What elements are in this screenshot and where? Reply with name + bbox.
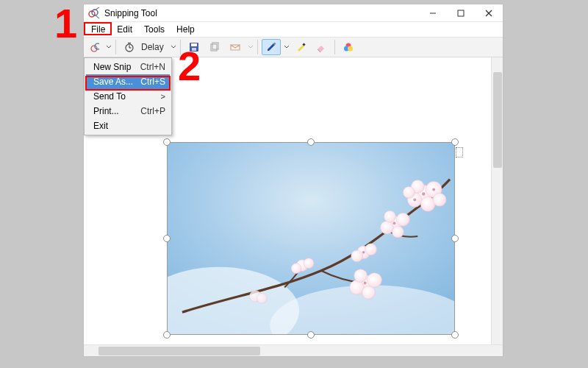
svg-point-37 (392, 226, 404, 238)
chevron-down-icon[interactable] (248, 44, 254, 50)
svg-point-32 (433, 193, 446, 206)
svg-point-53 (432, 188, 435, 191)
menu-item-shortcut: Ctrl+P (140, 106, 165, 116)
delay-icon[interactable] (120, 39, 139, 55)
resize-handle-bottom-right[interactable] (451, 331, 459, 339)
snipping-tool-window: Snipping Tool File Edit Tools Help (83, 4, 503, 357)
svg-point-38 (384, 210, 395, 222)
toolbar: Delay (84, 37, 503, 57)
menu-item-exit[interactable]: Exit (86, 118, 170, 133)
menu-item-label: Exit (93, 121, 165, 131)
text-cursor-icon (456, 147, 463, 158)
svg-rect-15 (191, 43, 197, 46)
svg-point-45 (362, 286, 376, 300)
svg-point-35 (396, 213, 409, 226)
menu-item-print[interactable]: Print... Ctrl+P (86, 104, 170, 118)
resize-handle-bottom-left[interactable] (163, 331, 171, 339)
svg-point-43 (368, 273, 382, 288)
paint3d-button[interactable] (339, 39, 358, 55)
snip-selection[interactable] (163, 138, 459, 339)
annotation-number-1: 1 (54, 3, 77, 44)
menu-item-label: Send To (93, 91, 161, 102)
new-snip-button[interactable] (87, 39, 103, 55)
svg-point-52 (422, 192, 425, 195)
svg-point-36 (381, 221, 394, 234)
canvas-area: New Snip Ctrl+N Save As... Ctrl+S Send T… (84, 57, 503, 356)
resize-handle-middle-left[interactable] (163, 235, 171, 242)
svg-point-23 (348, 46, 353, 52)
menu-item-label: New Snip (93, 62, 140, 72)
horizontal-scrollbar-thumb[interactable] (98, 347, 260, 355)
menu-item-shortcut: Ctrl+S (140, 77, 165, 87)
minimize-button[interactable] (419, 4, 447, 22)
svg-line-2 (96, 7, 99, 10)
delay-label[interactable]: Delay (140, 39, 168, 55)
close-button[interactable] (475, 4, 503, 22)
title-bar: Snipping Tool (84, 4, 503, 22)
svg-point-46 (354, 269, 368, 283)
svg-point-57 (364, 282, 367, 285)
menu-item-save-as[interactable]: Save As... Ctrl+S (86, 74, 170, 89)
toolbar-separator (180, 40, 181, 54)
resize-handle-top-right[interactable] (451, 138, 459, 146)
save-button[interactable] (184, 39, 204, 55)
horizontal-scrollbar[interactable] (84, 344, 503, 356)
chevron-down-icon[interactable] (171, 44, 176, 50)
vertical-scrollbar-thumb[interactable] (493, 72, 502, 168)
maximize-button[interactable] (447, 4, 475, 22)
highlighter-button[interactable] (291, 39, 310, 55)
menu-item-send-to[interactable]: Send To > (86, 89, 170, 104)
file-dropdown-menu: New Snip Ctrl+N Save As... Ctrl+S Send T… (84, 57, 172, 135)
send-button[interactable] (226, 39, 245, 55)
svg-rect-16 (192, 48, 196, 51)
svg-rect-17 (211, 44, 217, 51)
toolbar-separator (257, 40, 258, 54)
menu-bar: File Edit Tools Help (84, 22, 503, 37)
resize-handle-top-middle[interactable] (307, 138, 315, 146)
menu-item-shortcut: Ctrl+N (140, 62, 165, 72)
svg-point-55 (392, 222, 395, 224)
toolbar-separator (334, 40, 335, 54)
menu-item-new-snip[interactable]: New Snip Ctrl+N (86, 60, 170, 74)
svg-point-49 (291, 263, 301, 274)
menu-item-label: Print... (93, 106, 140, 116)
svg-point-56 (362, 251, 365, 254)
app-icon (88, 7, 100, 19)
resize-handle-top-left[interactable] (163, 138, 171, 146)
window-controls (419, 4, 503, 22)
copy-button[interactable] (205, 39, 224, 55)
svg-point-48 (304, 258, 314, 269)
chevron-down-icon[interactable] (106, 44, 112, 50)
svg-line-3 (96, 15, 99, 18)
svg-point-40 (365, 244, 377, 255)
svg-point-51 (257, 293, 267, 303)
svg-point-33 (403, 187, 415, 199)
pen-button[interactable] (262, 39, 281, 55)
svg-rect-18 (212, 43, 218, 49)
snip-image (167, 142, 455, 335)
menu-edit[interactable]: Edit (111, 22, 138, 37)
menu-item-label: Save As... (93, 77, 140, 87)
toolbar-separator (115, 40, 116, 54)
svg-rect-5 (458, 10, 464, 16)
menu-help[interactable]: Help (171, 22, 201, 37)
menu-file[interactable]: File (85, 22, 111, 37)
resize-handle-bottom-middle[interactable] (307, 331, 315, 339)
eraser-button[interactable] (312, 39, 331, 55)
chevron-down-icon[interactable] (284, 44, 290, 50)
window-title: Snipping Tool (104, 8, 419, 18)
submenu-arrow-icon: > (161, 92, 165, 101)
resize-handle-middle-right[interactable] (451, 235, 459, 242)
vertical-scrollbar[interactable] (491, 57, 503, 344)
svg-point-54 (413, 198, 416, 201)
svg-point-41 (351, 250, 363, 262)
menu-tools[interactable]: Tools (138, 22, 171, 37)
